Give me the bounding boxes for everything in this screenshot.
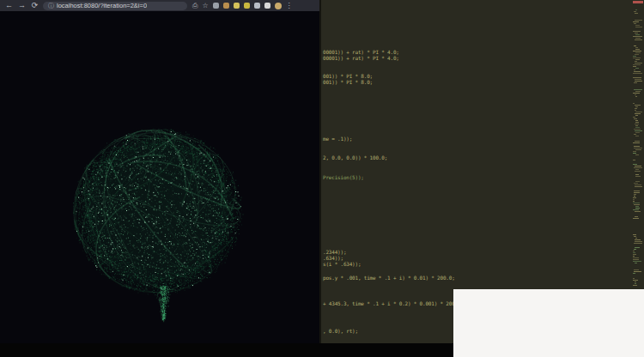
code-line: Precision(5)); — [323, 174, 364, 180]
code-line: me = .1)); — [323, 136, 352, 142]
screen: ← → ⟳ ⓘ localhost:8080/?iteration=2&i=0 … — [0, 0, 644, 357]
toolbar-right: ⎙ ☆ ⋮ — [192, 0, 293, 11]
bookmark-star-icon[interactable]: ☆ — [202, 0, 208, 11]
extension-1-icon[interactable] — [213, 3, 219, 9]
webgl-viewport[interactable] — [0, 11, 319, 343]
forward-button[interactable]: → — [17, 0, 27, 11]
code-line: 00001)) + rat) * PI * 4.0; — [323, 55, 399, 61]
site-info-icon[interactable]: ⓘ — [48, 2, 54, 10]
share-icon[interactable]: ⎙ — [192, 0, 197, 11]
code-line: 2, 0.0, 0.0)) * 100.0; — [323, 154, 387, 160]
url-text: localhost:8080/?iteration=2&i=0 — [57, 2, 147, 10]
browser-toolbar: ← → ⟳ ⓘ localhost:8080/?iteration=2&i=0 … — [0, 0, 319, 11]
code-line: 001)) * PI * 8.0; — [323, 79, 373, 85]
extension-4-icon[interactable] — [244, 3, 250, 9]
code-line: , 0.0), rt); — [323, 328, 358, 334]
extension-2-icon[interactable] — [223, 3, 229, 9]
profile-avatar-icon[interactable] — [275, 3, 282, 9]
code-line: 00001)) + rat) * PI * 4.0; — [323, 49, 399, 55]
back-button[interactable]: ← — [4, 0, 14, 11]
particle-sphere-canvas[interactable] — [0, 11, 319, 343]
menu-kebab-icon[interactable]: ⋮ — [286, 0, 293, 11]
code-line: pos.y * .001, time * .1 + i) * 0.01) * 2… — [323, 275, 455, 281]
extension-5-icon[interactable] — [254, 3, 260, 9]
code-line: s(i * .634)); — [323, 261, 361, 267]
reload-button[interactable]: ⟳ — [30, 0, 39, 11]
extension-3-icon[interactable] — [234, 3, 240, 9]
white-overlay-panel — [453, 289, 644, 357]
browser-window: ← → ⟳ ⓘ localhost:8080/?iteration=2&i=0 … — [0, 0, 319, 343]
code-line: 001)) * PI * 8.0; — [323, 73, 373, 79]
code-line: .2344)); — [323, 249, 346, 255]
extension-6-icon[interactable] — [264, 3, 270, 9]
code-line: + 4345.3, time * .1 + i * 0.2) * 0.001) … — [323, 300, 458, 306]
address-bar[interactable]: ⓘ localhost:8080/?iteration=2&i=0 — [43, 2, 187, 10]
code-line: .634)); — [323, 255, 343, 261]
extensions-area — [213, 3, 270, 9]
